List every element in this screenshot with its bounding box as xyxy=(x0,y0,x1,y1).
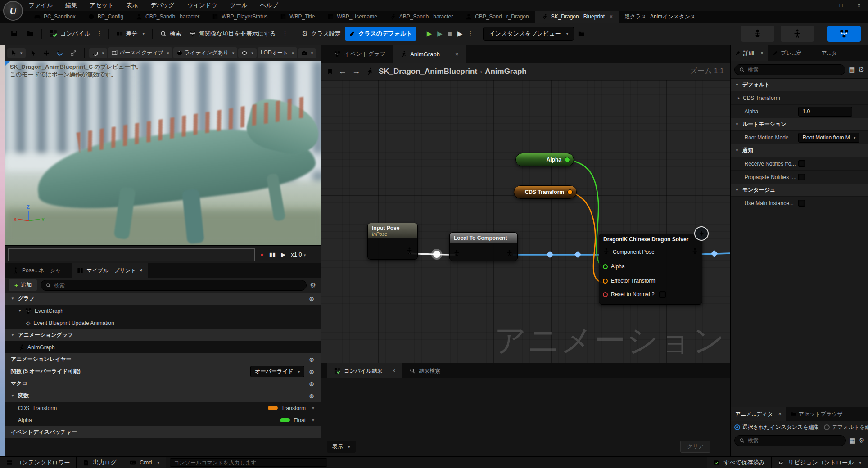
save-status-button[interactable]: すべて保存済み xyxy=(707,457,772,468)
stop-button[interactable]: ■ xyxy=(445,30,455,37)
anim-panel-settings-icon[interactable]: ⚙ xyxy=(859,436,865,445)
save-button[interactable] xyxy=(6,27,22,40)
use-main-instance-checkbox[interactable] xyxy=(798,200,805,207)
tab-compiler-results[interactable]: コンパイル結果× xyxy=(327,363,402,378)
close-icon[interactable]: × xyxy=(760,50,764,56)
add-function-icon[interactable]: ⊕ xyxy=(309,368,314,375)
menu-help[interactable]: ヘルプ xyxy=(260,1,278,9)
screenshot-dropdown[interactable]: ▾ xyxy=(298,48,316,58)
pause-button[interactable]: ▮▮ xyxy=(269,251,276,258)
component-pose-output-pin[interactable] xyxy=(506,250,513,258)
lod-dropdown[interactable]: LODオート▾ xyxy=(258,47,297,58)
tab-sk-dragon-blueprint[interactable]: SK_Dragon...Blueprint× xyxy=(535,11,619,22)
step-forward-button[interactable]: ▶ xyxy=(281,251,285,258)
play-options-icon[interactable]: ⋮ xyxy=(465,30,475,37)
viewport-menu-button[interactable]: ▾ xyxy=(7,48,26,58)
select-tool-button[interactable] xyxy=(27,48,39,58)
tab-cbp-sandbox-character[interactable]: CBP_Sandb...haracter xyxy=(130,11,206,22)
tab-wbp-playerstatus[interactable]: WBP_PlayerStatus xyxy=(206,11,274,22)
property-matrix-icon[interactable]: ▦ xyxy=(849,66,855,74)
menu-view[interactable]: 表示 xyxy=(126,1,138,9)
tab-pose-watch-manager[interactable]: Pose...ネージャー xyxy=(7,263,72,278)
transform-output-pin[interactable] xyxy=(567,189,573,195)
maximize-button[interactable]: □ xyxy=(832,0,850,11)
tab-find-results[interactable]: 結果検索 xyxy=(402,363,448,378)
reset-checkbox[interactable] xyxy=(659,291,666,298)
receive-notifies-checkbox[interactable] xyxy=(798,160,805,167)
hide-unrelated-button[interactable]: 無関係な項目を非表示にする xyxy=(185,27,280,41)
edit-selected-radio[interactable] xyxy=(734,424,740,430)
node-input-pose[interactable]: Input Pose InPose xyxy=(367,223,418,260)
tab-pc-sandbox[interactable]: PC_Sandbox xyxy=(28,11,82,22)
lit-mode-dropdown[interactable]: ライティングあり▾ xyxy=(173,47,238,58)
anim-panel-search[interactable] xyxy=(734,435,846,446)
output-log-button[interactable]: 出力ログ xyxy=(77,457,123,468)
bookmarks-icon[interactable] xyxy=(327,68,333,75)
timeline-track[interactable] xyxy=(8,248,255,261)
section-variables[interactable]: ▼変数⊕ xyxy=(5,390,321,402)
nav-back-icon[interactable]: ← xyxy=(339,67,347,76)
preview-viewport[interactable]: SK_Dragon_AnimBlueprint_C のプレビュー中。 このモード… xyxy=(5,61,321,245)
expand-icon[interactable]: ▸ xyxy=(738,96,740,100)
parent-class-link[interactable]: Animインスタンス xyxy=(650,13,696,21)
add-graph-icon[interactable]: ⊕ xyxy=(309,295,314,302)
details-settings-icon[interactable]: ⚙ xyxy=(859,66,864,74)
clear-button[interactable]: クリア xyxy=(680,441,710,453)
class-defaults-button[interactable]: クラスのデフォルト xyxy=(345,27,416,41)
revision-control-button[interactable]: リビジョンコントロール▾ xyxy=(772,457,868,468)
property-matrix-icon[interactable]: ▦ xyxy=(849,436,855,445)
section-default[interactable]: ▼デフォルト xyxy=(731,78,868,91)
node-cds-transform-getter[interactable]: CDS Transform xyxy=(514,185,577,199)
component-pose-output-pin[interactable] xyxy=(692,248,698,256)
advance-button[interactable]: ▶ xyxy=(455,30,466,38)
playback-speed-dropdown[interactable]: x1.0▾ xyxy=(291,251,306,258)
pose-output-pin[interactable] xyxy=(406,248,413,256)
menu-debug[interactable]: デバッグ xyxy=(150,1,174,9)
find-button[interactable]: 検索 xyxy=(156,27,185,41)
variable-alpha[interactable]: AlphaFloat▾ xyxy=(5,414,321,426)
tab-eventgraph[interactable]: イベントグラフ xyxy=(327,45,393,63)
tab-details[interactable]: 詳細× xyxy=(731,45,768,61)
menu-window[interactable]: ウィンドウ xyxy=(187,1,217,9)
section-montage[interactable]: ▼モンタージュ xyxy=(731,184,868,196)
tab-abp-sandbox-character[interactable]: ABP_Sandb...haracter xyxy=(384,11,459,22)
skeletal-mesh-shortcut-button[interactable] xyxy=(781,26,814,42)
rotate-tool-button[interactable] xyxy=(54,48,66,58)
node-dragonik-solver[interactable]: DragonIK Chinese Dragon Solver Component… xyxy=(599,234,702,305)
browse-asset-button[interactable] xyxy=(22,27,38,40)
hide-unrelated-options-icon[interactable]: ⋮ xyxy=(280,30,290,37)
console-command-input[interactable] xyxy=(170,458,327,467)
close-icon[interactable]: × xyxy=(139,267,142,274)
tab-asset-browser[interactable]: アセットブラウザ xyxy=(786,407,847,421)
node-local-to-component[interactable]: Local To Component xyxy=(449,232,518,261)
close-icon[interactable]: × xyxy=(455,51,459,58)
section-event-dispatchers[interactable]: イベントディスパッチャー xyxy=(5,426,321,438)
item-event-update-animation[interactable]: ◇Event Blueprint Update Animation xyxy=(5,317,321,329)
tab-bp-config[interactable]: BP_Config xyxy=(82,11,130,22)
tab-asset-details[interactable]: ア...タ xyxy=(817,45,842,61)
content-drawer-button[interactable]: コンテンツドロワー xyxy=(0,457,77,468)
pose-input-pin[interactable] xyxy=(453,250,460,258)
unreal-logo-icon[interactable]: U xyxy=(3,1,23,21)
node-alpha-getter[interactable]: Alpha xyxy=(515,153,574,166)
menu-tools[interactable]: ツール xyxy=(230,1,248,9)
section-animation-graphs[interactable]: ▼アニメーショングラフ xyxy=(5,329,321,341)
preview-browse-button[interactable] xyxy=(574,27,588,40)
add-variable-icon[interactable]: ⊕ xyxy=(309,392,314,400)
add-macro-icon[interactable]: ⊕ xyxy=(309,380,314,387)
alpha-input-pin[interactable] xyxy=(603,264,608,269)
show-filter-dropdown[interactable]: 表示▾ xyxy=(327,441,356,453)
skeleton-shortcut-button[interactable] xyxy=(741,26,774,42)
breadcrumb[interactable]: SK_Dragon_AnimBlueprint›AnimGraph xyxy=(379,67,527,76)
rotation-snap-button[interactable]: ▾ xyxy=(89,48,108,58)
my-blueprint-search-input[interactable] xyxy=(54,282,301,288)
edit-defaults-radio[interactable] xyxy=(824,424,830,430)
cmd-dropdown[interactable]: Cmd▾ xyxy=(123,457,166,468)
play-button[interactable]: ▶ xyxy=(424,30,435,38)
close-button[interactable]: × xyxy=(850,0,868,11)
section-macros[interactable]: マクロ⊕ xyxy=(5,378,321,390)
item-animgraph[interactable]: AnimGraph xyxy=(5,341,321,353)
show-flags-dropdown[interactable]: ▾ xyxy=(238,48,257,58)
override-dropdown[interactable]: オーバーライド▾ xyxy=(250,366,304,377)
section-graphs[interactable]: ▼グラフ⊕ xyxy=(5,292,321,305)
